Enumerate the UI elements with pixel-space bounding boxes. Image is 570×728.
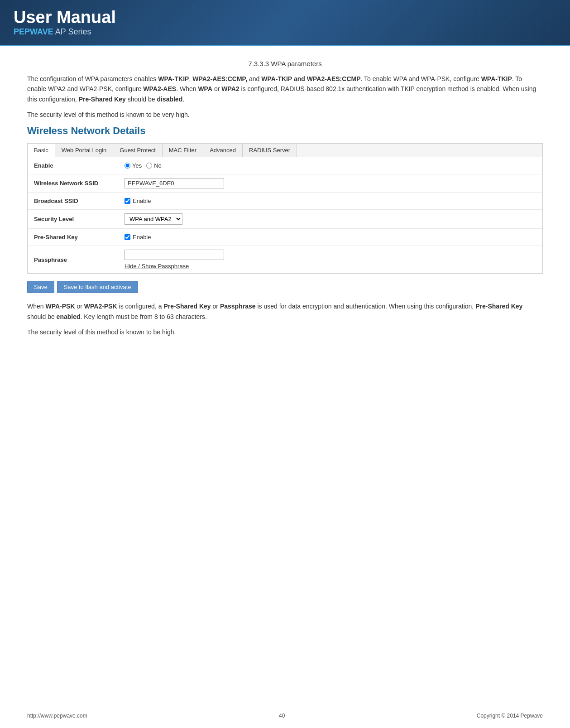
hide-show-passphrase-link[interactable]: Hide / Show Passphrase bbox=[125, 263, 536, 270]
broadcast-ssid-label: Broadcast SSID bbox=[34, 198, 125, 204]
broadcast-ssid-value: Enable bbox=[125, 198, 536, 204]
after-paragraph-2: The security level of this method is kno… bbox=[27, 327, 543, 337]
enable-yes-option[interactable]: Yes bbox=[125, 162, 142, 169]
page-header: User Manual PEPWAVE AP Series bbox=[0, 0, 570, 46]
manual-title: User Manual bbox=[14, 8, 556, 27]
page-footer: http://www.pepwave.com 40 Copyright © 20… bbox=[0, 713, 570, 719]
enable-no-radio[interactable] bbox=[146, 163, 152, 169]
broadcast-ssid-checkbox[interactable] bbox=[125, 198, 130, 204]
footer-copyright: Copyright © 2014 Pepwave bbox=[477, 713, 543, 719]
passphrase-container: Hide / Show Passphrase bbox=[125, 250, 536, 270]
enable-yes-radio[interactable] bbox=[125, 163, 130, 169]
brand-name: PEPWAVE bbox=[14, 27, 53, 36]
tab-mac-filter[interactable]: MAC Filter bbox=[163, 144, 203, 157]
passphrase-label: Passphrase bbox=[34, 256, 125, 263]
ssid-input[interactable] bbox=[125, 178, 224, 188]
footer-page-number: 40 bbox=[279, 713, 285, 719]
ssid-row: Wireless Network SSID bbox=[28, 174, 542, 193]
main-content: 7.3.3.3 WPA parameters The configuration… bbox=[0, 46, 570, 357]
pre-shared-key-value: Enable bbox=[125, 234, 536, 241]
security-level-select[interactable]: WPA and WPA2 WPA WPA2 None bbox=[125, 213, 182, 225]
wireless-network-title: Wireless Network Details bbox=[27, 125, 543, 137]
enable-row: Enable Yes No bbox=[28, 157, 542, 174]
broadcast-ssid-checkbox-label[interactable]: Enable bbox=[125, 198, 536, 204]
after-paragraph-1: When WPA-PSK or WPA2-PSK is configured, … bbox=[27, 301, 543, 322]
security-level-label: Security Level bbox=[34, 216, 125, 222]
intro-paragraph-1: The configuration of WPA parameters enab… bbox=[27, 74, 543, 104]
pre-shared-key-checkbox-label[interactable]: Enable bbox=[125, 234, 536, 241]
ssid-value bbox=[125, 178, 536, 188]
tab-bar: Basic Web Portal Login Guest Protect MAC… bbox=[28, 144, 542, 157]
pre-shared-key-checkbox[interactable] bbox=[125, 234, 130, 240]
pre-shared-key-row: Pre-Shared Key Enable bbox=[28, 229, 542, 246]
passphrase-input[interactable] bbox=[125, 250, 224, 260]
broadcast-ssid-row: Broadcast SSID Enable bbox=[28, 193, 542, 210]
manual-subtitle: PEPWAVE AP Series bbox=[14, 27, 556, 37]
tab-basic[interactable]: Basic bbox=[28, 144, 55, 157]
passphrase-row: Passphrase Hide / Show Passphrase bbox=[28, 246, 542, 273]
enable-radio-group: Yes No bbox=[125, 162, 536, 169]
footer-url: http://www.pepwave.com bbox=[27, 713, 87, 719]
enable-no-option[interactable]: No bbox=[146, 162, 162, 169]
wireless-form-panel: Basic Web Portal Login Guest Protect MAC… bbox=[27, 143, 543, 274]
tab-guest-protect[interactable]: Guest Protect bbox=[113, 144, 162, 157]
section-heading: 7.3.3.3 WPA parameters bbox=[27, 60, 543, 67]
security-level-row: Security Level WPA and WPA2 WPA WPA2 Non… bbox=[28, 210, 542, 229]
save-button[interactable]: Save bbox=[27, 281, 54, 293]
form-button-row: Save Save to flash and activate bbox=[27, 281, 543, 293]
tab-web-portal-login[interactable]: Web Portal Login bbox=[55, 144, 114, 157]
passphrase-value: Hide / Show Passphrase bbox=[125, 250, 536, 270]
tab-advanced[interactable]: Advanced bbox=[203, 144, 243, 157]
subtitle-rest: AP Series bbox=[53, 27, 91, 36]
enable-value: Yes No bbox=[125, 162, 536, 169]
enable-label: Enable bbox=[34, 162, 125, 169]
security-level-value: WPA and WPA2 WPA WPA2 None bbox=[125, 213, 536, 225]
save-flash-button[interactable]: Save to flash and activate bbox=[57, 281, 138, 293]
ssid-label: Wireless Network SSID bbox=[34, 180, 125, 187]
tab-radius-server[interactable]: RADIUS Server bbox=[243, 144, 297, 157]
pre-shared-key-label: Pre-Shared Key bbox=[34, 234, 125, 241]
intro-paragraph-2: The security level of this method is kno… bbox=[27, 110, 543, 120]
form-body: Enable Yes No Wireless Network SSID bbox=[28, 157, 542, 273]
